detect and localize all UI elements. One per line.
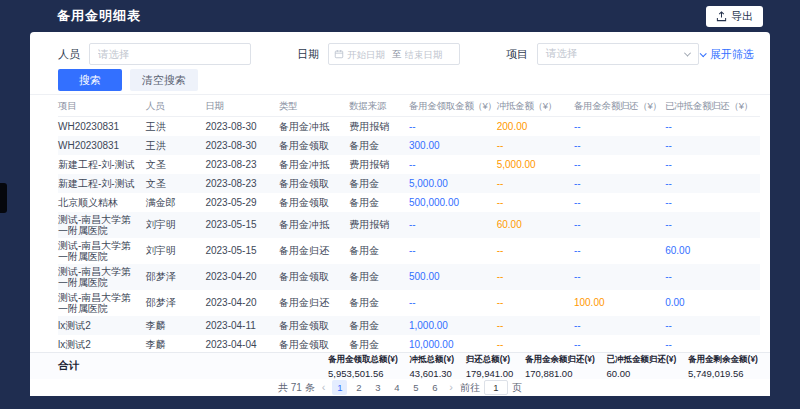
prev-page-button[interactable]: ‹	[322, 382, 326, 393]
cell-person: 王洪	[146, 136, 206, 155]
table-body: WH20230831王洪2023-08-30备用金冲抵费用报销--200.00-…	[58, 117, 760, 353]
project-filter-select[interactable]: 请选择	[537, 43, 699, 65]
page-button-2[interactable]: 2	[351, 380, 366, 395]
summary-item-label: 已冲抵金额归还(¥)	[606, 354, 676, 366]
summary-item-label: 冲抵总额(¥)	[410, 354, 454, 366]
column-header-date: 日期	[205, 95, 279, 117]
search-button[interactable]: 搜索	[58, 69, 122, 91]
cell-balance-return: --	[574, 212, 665, 238]
cell-offset-amount: 200.00	[497, 117, 574, 136]
cell-balance-return: --	[574, 193, 665, 212]
expand-chevron-icon	[700, 50, 707, 57]
date-range-picker[interactable]: 至	[328, 43, 460, 65]
cell-project: 测试-南昌大学第一附属医院	[58, 264, 146, 290]
next-page-button[interactable]: ›	[449, 382, 453, 393]
cell-person: 文圣	[146, 174, 206, 193]
cell-type: 备用金领取	[279, 264, 349, 290]
cell-offset-amount: 60.00	[497, 212, 574, 238]
cell-balance-return: --	[574, 136, 665, 155]
person-filter-label: 人员	[58, 47, 80, 62]
cell-source: 备用金	[349, 193, 409, 212]
table-header: 项目人员日期类型数据来源备用金领取金额（¥）冲抵金额（¥）备用金余额归还（¥）已…	[58, 95, 760, 117]
page-button-4[interactable]: 4	[389, 380, 404, 395]
cell-project: 北京顺义精林	[58, 193, 146, 212]
summary-item: 备用金领取总额(¥)5,953,501.56	[328, 354, 398, 379]
column-header-balance-return: 备用金余额归还（¥）	[574, 95, 665, 117]
cell-type: 备用金领取	[279, 316, 349, 335]
summary-items: 备用金领取总额(¥)5,953,501.56冲抵总额(¥)43,601.30归还…	[328, 354, 758, 379]
cell-offset-return: --	[665, 212, 760, 238]
column-header-person: 人员	[146, 95, 206, 117]
summary-total-label: 合计	[58, 359, 328, 373]
table-row[interactable]: WH20230831王洪2023-08-30备用金领取备用金300.00----…	[58, 136, 760, 155]
cell-source: 备用金	[349, 174, 409, 193]
cell-project: WH20230831	[58, 136, 146, 155]
cell-project: 新建工程-刘-测试	[58, 174, 146, 193]
person-filter-input[interactable]	[89, 43, 251, 65]
date-end-input[interactable]	[405, 49, 447, 60]
cell-receive-amount: 300.00	[409, 136, 497, 155]
cell-date: 2023-08-30	[205, 136, 279, 155]
cell-source: 费用报销	[349, 117, 409, 136]
project-filter: 项目 请选择	[506, 43, 699, 65]
cell-type: 备用金冲抵	[279, 212, 349, 238]
summary-item-label: 备用金领取总额(¥)	[328, 354, 398, 366]
page-button-1[interactable]: 1	[332, 380, 347, 395]
cell-type: 备用金领取	[279, 193, 349, 212]
table-row[interactable]: 新建工程-刘-测试文圣2023-08-23备用金冲抵费用报销--5,000.00…	[58, 155, 760, 174]
cell-type: 备用金归还	[279, 238, 349, 264]
cell-person: 刘宇明	[146, 238, 206, 264]
cell-person: 邵梦泽	[146, 264, 206, 290]
cell-date: 2023-05-15	[205, 238, 279, 264]
clear-search-button[interactable]: 清空搜索	[130, 69, 198, 91]
summary-item-label: 备用金剩余金额(¥)	[688, 354, 758, 366]
summary-item: 备用金余额归还(¥)170,881.00	[525, 354, 595, 379]
cell-type: 备用金归还	[279, 290, 349, 316]
filter-bar: 人员 日期 至 项目 请选择	[30, 32, 770, 66]
table-row[interactable]: 北京顺义精林满金郎2023-05-29备用金领取备用金500,000.00---…	[58, 193, 760, 212]
table-row[interactable]: 测试-南昌大学第一附属医院邵梦泽2023-04-20备用金归还备用金----10…	[58, 290, 760, 316]
cell-person: 邵梦泽	[146, 290, 206, 316]
table-row[interactable]: 测试-南昌大学第一附属医院刘宇明2023-05-15备用金冲抵费用报销--60.…	[58, 212, 760, 238]
cell-offset-amount: --	[497, 335, 574, 353]
cell-project: lx测试2	[58, 316, 146, 335]
goto-suffix-label: 页	[512, 381, 522, 395]
page-buttons: 123456	[332, 380, 442, 395]
cell-person: 王洪	[146, 117, 206, 136]
goto-page-input[interactable]	[484, 380, 508, 395]
action-button-row: 搜索 清空搜索	[30, 66, 770, 94]
cell-date: 2023-04-04	[205, 335, 279, 353]
person-filter: 人员	[58, 43, 251, 65]
table-row[interactable]: 新建工程-刘-测试文圣2023-08-23备用金领取备用金5,000.00---…	[58, 174, 760, 193]
page-title: 备用金明细表	[57, 7, 141, 25]
table-row[interactable]: lx测试2李麟2023-04-04备用金领取备用金10,000.00------	[58, 335, 760, 353]
sidebar-expand-handle[interactable]	[0, 183, 7, 213]
table-row[interactable]: WH20230831王洪2023-08-30备用金冲抵费用报销--200.00-…	[58, 117, 760, 136]
cell-offset-amount: --	[497, 238, 574, 264]
page-button-5[interactable]: 5	[408, 380, 423, 395]
page-button-3[interactable]: 3	[370, 380, 385, 395]
summary-item-value: 43,601.30	[410, 368, 454, 379]
date-start-input[interactable]	[347, 49, 389, 60]
table-row[interactable]: 测试-南昌大学第一附属医院刘宇明2023-05-15备用金归还备用金------…	[58, 238, 760, 264]
table-row[interactable]: lx测试2李麟2023-04-11备用金领取备用金1,000.00------	[58, 316, 760, 335]
cell-offset-amount: --	[497, 316, 574, 335]
expand-filter-link[interactable]: 展开筛选	[700, 47, 754, 62]
cell-person: 李麟	[146, 316, 206, 335]
cell-source: 费用报销	[349, 155, 409, 174]
cell-date: 2023-08-23	[205, 174, 279, 193]
cell-type: 备用金冲抵	[279, 117, 349, 136]
cell-balance-return: --	[574, 335, 665, 353]
data-table: 项目人员日期类型数据来源备用金领取金额（¥）冲抵金额（¥）备用金余额归还（¥）已…	[30, 94, 770, 352]
cell-type: 备用金领取	[279, 174, 349, 193]
content-card: 人员 日期 至 项目 请选择	[30, 32, 770, 396]
page-button-6[interactable]: 6	[427, 380, 442, 395]
table-row[interactable]: 测试-南昌大学第一附属医院邵梦泽2023-04-20备用金领取备用金500.00…	[58, 264, 760, 290]
cell-project: WH20230831	[58, 117, 146, 136]
export-button[interactable]: 导出	[706, 6, 763, 27]
cell-balance-return: --	[574, 117, 665, 136]
cell-balance-return: --	[574, 238, 665, 264]
cell-source: 备用金	[349, 264, 409, 290]
cell-balance-return: --	[574, 174, 665, 193]
cell-receive-amount: 500.00	[409, 264, 497, 290]
